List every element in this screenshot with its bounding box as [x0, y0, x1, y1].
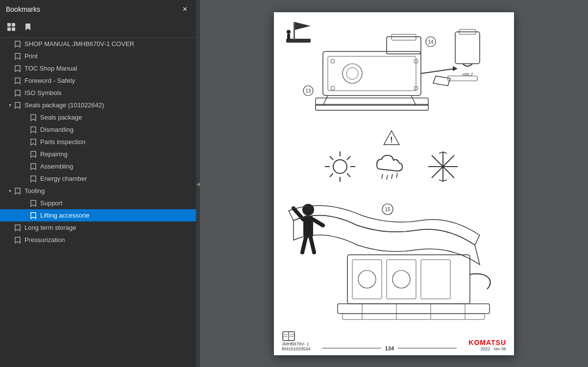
bookmark-label: Parts inspection [40, 138, 86, 146]
assembly-illustration: 13 [298, 17, 499, 120]
svg-line-45 [387, 175, 388, 180]
bookmark-item-foreword[interactable]: Foreword - Safety [0, 74, 196, 87]
bookmark-label: Tooling [24, 187, 45, 195]
svg-line-26 [323, 96, 328, 105]
page-number: 134 [385, 345, 394, 351]
bookmark-label: Long term storage [24, 224, 76, 231]
bookmark-icon [29, 151, 37, 158]
bookmark-label: Lifting accessorie [40, 212, 89, 219]
bookmark-label: Support [40, 199, 63, 207]
svg-rect-2 [7, 27, 11, 31]
bookmark-label: Repairing [40, 150, 68, 158]
bookmark-icon [29, 200, 37, 207]
svg-line-62 [302, 238, 306, 252]
svg-point-68 [358, 270, 376, 288]
svg-line-42 [347, 156, 350, 160]
svg-line-27 [411, 96, 416, 105]
svg-line-53 [443, 152, 447, 153]
svg-rect-66 [387, 260, 416, 299]
footer-center: 134 [322, 345, 457, 351]
svg-line-61 [313, 220, 323, 225]
svg-line-44 [382, 174, 383, 179]
bookmark-label: Seals package [40, 114, 82, 121]
svg-point-7 [287, 30, 291, 34]
bookmark-label: Dismantling [40, 126, 74, 133]
svg-text:13: 13 [305, 88, 311, 94]
footer-right: KOMATSU 2022 · rev 06 [468, 339, 506, 351]
bookmark-label: SHOP MANUAL JMHB670V-1 COVER [24, 40, 134, 48]
close-button[interactable]: × [180, 4, 190, 15]
rain-cloud-icon [372, 149, 411, 184]
bookmark-item-pressurization[interactable]: Pressurization [0, 234, 196, 246]
weather-icons [323, 149, 460, 184]
svg-line-52 [439, 152, 443, 153]
svg-line-55 [443, 180, 447, 181]
book-icon [282, 331, 295, 342]
svg-rect-0 [7, 23, 11, 26]
bookmark-icon [14, 224, 22, 231]
bookmark-icon [29, 126, 37, 133]
pdf-content: 13 [274, 12, 514, 355]
bookmark-item-dismantling[interactable]: Dismantling [0, 123, 196, 136]
svg-rect-64 [347, 255, 470, 304]
bookmark-icon [14, 41, 22, 48]
bookmark-item-tooling-parent[interactable]: ▾ Tooling [0, 185, 196, 197]
warning-triangle-icon: ! [377, 130, 406, 146]
bookmark-icon [14, 65, 22, 72]
bookmark-icon [14, 102, 22, 109]
svg-rect-65 [352, 260, 382, 299]
bookmark-item-longterm[interactable]: Long term storage [0, 221, 196, 234]
svg-rect-5 [294, 22, 295, 40]
bookmark-label: Pressurization [24, 236, 65, 244]
footer-left: JMHB670V- 1 BM101029534 [282, 331, 311, 351]
svg-rect-11 [323, 51, 421, 96]
bookmark-item-lifting[interactable]: Lifting accessorie [0, 209, 196, 221]
bookmark-item-seals-child[interactable]: Seals package [0, 111, 196, 123]
bookmark-icon [14, 77, 22, 84]
svg-line-46 [392, 174, 392, 179]
bookmark-item-iso[interactable]: ISO Symbols [0, 87, 196, 99]
bookmark-view-button[interactable] [21, 21, 35, 35]
page-line: 134 [322, 345, 457, 351]
bottom-illustration [284, 196, 504, 323]
panel-toolbar [0, 19, 196, 38]
svg-rect-12 [328, 56, 416, 91]
resize-handle[interactable] [196, 0, 200, 367]
bookmark-item-assembling[interactable]: Assembling [0, 160, 196, 172]
bookmark-icon [29, 163, 37, 170]
svg-rect-3 [12, 27, 15, 31]
bookmarks-panel: Bookmarks × SHOP MANUAL JMHB670V-1 COVER… [0, 0, 196, 367]
svg-point-16 [331, 86, 335, 90]
grid-view-button[interactable] [4, 21, 19, 35]
svg-rect-8 [287, 34, 290, 40]
bookmark-item-parts[interactable]: Parts inspection [0, 136, 196, 148]
bookmark-view-icon [24, 23, 32, 31]
expand-arrow[interactable]: ▾ [6, 188, 14, 194]
bookmark-icon [14, 90, 22, 97]
svg-text:!: ! [390, 135, 392, 144]
svg-marker-24 [453, 66, 458, 71]
bookmark-label: Assembling [40, 163, 73, 170]
bookmark-icon [14, 237, 22, 244]
bookmark-item-support[interactable]: Support [0, 197, 196, 209]
bookmark-item-energy[interactable]: Energy chamber [0, 172, 196, 185]
expand-arrow[interactable]: ▾ [6, 102, 14, 108]
svg-rect-20 [392, 34, 416, 40]
svg-point-14 [346, 68, 358, 79]
svg-line-43 [330, 173, 333, 177]
svg-text:14: 14 [428, 39, 434, 45]
bookmark-label: Energy chamber [40, 175, 87, 182]
bookmark-icon [14, 53, 22, 60]
svg-point-13 [343, 64, 362, 83]
bookmark-label: TOC Shop Manual [24, 65, 77, 72]
bookmark-label: ISO Symbols [24, 89, 62, 97]
bookmark-icon [14, 188, 22, 195]
bookmark-item-print[interactable]: Print [0, 50, 196, 62]
bookmark-label: Seals package (101022642) [24, 101, 104, 109]
bookmark-icon [29, 175, 37, 182]
bookmark-label: Foreword - Safety [24, 77, 75, 84]
bookmark-item-toc[interactable]: TOC Shop Manual [0, 62, 196, 74]
bookmark-item-seals-parent[interactable]: ▾ Seals package (101022642) [0, 99, 196, 111]
bookmark-item-cover[interactable]: SHOP MANUAL JMHB670V-1 COVER [0, 38, 196, 50]
bookmark-item-repairing[interactable]: Repairing [0, 148, 196, 160]
